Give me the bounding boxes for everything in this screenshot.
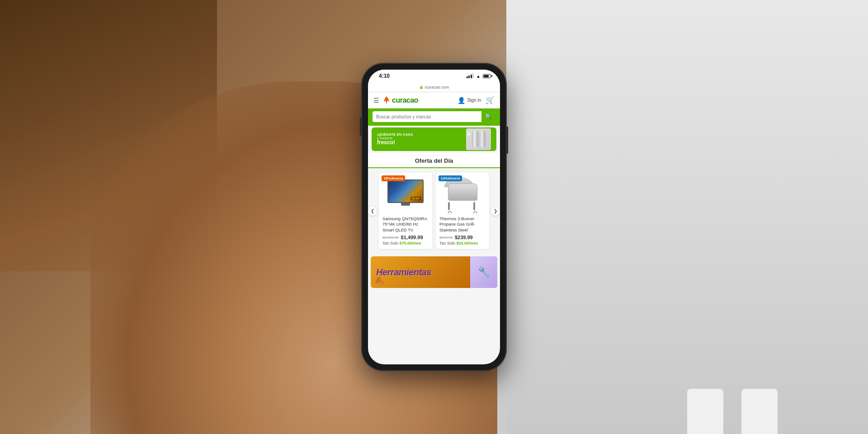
logo-flame-icon xyxy=(383,96,390,104)
chevron-left-icon: ❮ xyxy=(371,208,374,213)
banner-text-herramientas: Herramientas xyxy=(376,267,431,278)
discount-badge-grill: 14%Ahorra xyxy=(439,175,462,181)
product-name-tv: Samsung QN75Q60RA 75"/4K UHD/60 Hz Smart… xyxy=(382,216,429,233)
battery-fill xyxy=(484,75,489,77)
status-icons: ▲ xyxy=(467,74,491,79)
bottom-banner-herramientas[interactable]: 🍂 Herramientas 🔧 xyxy=(371,256,497,288)
discount-text-tv: 35%Ahorra xyxy=(384,176,403,180)
tv-stand xyxy=(401,203,410,206)
product-info-tv: Samsung QN75Q60RA 75"/4K UHD/60 Hz Smart… xyxy=(379,213,432,249)
price-row-grill: $279.99 $239.99 xyxy=(439,235,486,240)
status-bar: 4:10 ▲ xyxy=(368,70,500,82)
products-area: ❮ ❯ 35%Ahorra xyxy=(368,168,500,254)
grill-legs xyxy=(444,202,481,213)
promo-line1: ¡Quédate en casa xyxy=(377,132,466,137)
grill-body xyxy=(448,184,477,201)
promo-line3: fresco! xyxy=(377,140,466,146)
leaf-decoration: 🍂 xyxy=(374,275,384,285)
search-input[interactable] xyxy=(373,112,481,122)
thermos-can-1 xyxy=(472,131,478,147)
url-bar: 🔒 icuracao.com xyxy=(368,82,500,92)
background-right xyxy=(506,0,868,434)
product-name-grill: Thermos 3-Burner Propane Gas Grill- Stai… xyxy=(439,216,486,233)
promo-banner[interactable]: ¡Quédate en casa y mantente fresco! ❄ xyxy=(372,127,496,151)
app-header: ☰ curacao 👤 Sign in 🛒 xyxy=(368,92,500,108)
original-price-tv: $2,299.99 xyxy=(382,236,399,240)
search-bar-wrapper: 🔍 xyxy=(368,108,500,126)
signal-bar-2 xyxy=(468,75,470,78)
monthly-row-grill: Tan Solo $24.00/mes xyxy=(439,241,486,245)
promo-text-area: ¡Quédate en casa y mantente fresco! xyxy=(377,132,466,146)
hamburger-menu-icon[interactable]: ☰ xyxy=(373,97,379,104)
thermos-can-2 xyxy=(479,131,486,147)
monthly-label-tv: Tan Solo xyxy=(382,241,398,245)
phone-frame: 4:10 ▲ 🔒 icuracao.com xyxy=(362,63,506,371)
monthly-price-grill: $24.00/mes xyxy=(457,241,478,245)
grill-leg-left xyxy=(448,202,452,213)
product-card-grill[interactable]: 14%Ahorra xyxy=(436,173,489,249)
discount-badge-tv: 35%Ahorra xyxy=(382,175,405,181)
background-feet xyxy=(687,389,778,434)
foot-left xyxy=(687,389,723,434)
phone-wrapper: 4:10 ▲ 🔒 icuracao.com xyxy=(362,63,506,371)
section-title-row: Oferta del Día xyxy=(368,153,500,168)
search-button[interactable]: 🔍 xyxy=(481,111,495,122)
tv-visual xyxy=(387,179,424,207)
user-icon: 👤 xyxy=(458,97,465,104)
section-title: Oferta del Día xyxy=(415,157,453,164)
logo-text: curacao xyxy=(392,96,418,104)
search-bar: 🔍 xyxy=(373,111,495,122)
product-card-tv[interactable]: 35%Ahorra Samsung QN75Q60RA 75"/4K UHD/6… xyxy=(379,173,432,249)
discount-text-grill: 14%Ahorra xyxy=(441,176,460,180)
chevron-right-icon: ❯ xyxy=(494,208,497,213)
banner-figure-icon: 🔧 xyxy=(478,266,490,278)
url-text: icuracao.com xyxy=(425,85,449,90)
lock-icon: 🔒 xyxy=(419,85,424,89)
cart-icon[interactable]: 🛒 xyxy=(486,96,495,104)
sale-price-grill: $239.99 xyxy=(455,235,473,240)
sign-in-button[interactable]: 👤 Sign in xyxy=(458,97,481,104)
battery-icon xyxy=(483,74,491,78)
monthly-label-grill: Tan Solo xyxy=(439,241,455,245)
grill-visual xyxy=(444,177,481,209)
carousel-next-button[interactable]: ❯ xyxy=(491,207,500,216)
header-left: ☰ curacao xyxy=(373,96,418,104)
monthly-price-tv: $75.00/mes xyxy=(400,241,421,245)
phone-screen: 4:10 ▲ 🔒 icuracao.com xyxy=(368,70,500,364)
carousel-prev-button[interactable]: ❮ xyxy=(368,207,377,216)
signal-bar-3 xyxy=(471,75,472,78)
price-row-tv: $2,299.99 $1,499.99 xyxy=(382,235,429,240)
tv-screen xyxy=(387,179,424,203)
products-grid: 35%Ahorra Samsung QN75Q60RA 75"/4K UHD/6… xyxy=(379,173,489,249)
signal-bar-1 xyxy=(467,76,468,78)
sale-price-tv: $1,499.99 xyxy=(401,235,423,240)
status-time: 4:10 xyxy=(379,73,390,79)
sign-in-label: Sign in xyxy=(467,98,481,103)
monthly-row-tv: Tan Solo $75.00/mes xyxy=(382,241,429,245)
header-right: 👤 Sign in 🛒 xyxy=(458,96,495,104)
signal-bars xyxy=(467,74,474,78)
product-info-grill: Thermos 3-Burner Propane Gas Grill- Stai… xyxy=(436,213,489,249)
signal-bar-4 xyxy=(472,74,474,78)
snowflake-icon: ❄ xyxy=(466,130,472,137)
original-price-grill: $279.99 xyxy=(439,236,453,240)
wifi-icon: ▲ xyxy=(476,74,481,79)
logo-container[interactable]: curacao xyxy=(383,96,418,104)
foot-right xyxy=(741,389,778,434)
banner-image-area: 🔧 xyxy=(470,256,497,288)
grill-leg-right xyxy=(473,202,477,213)
